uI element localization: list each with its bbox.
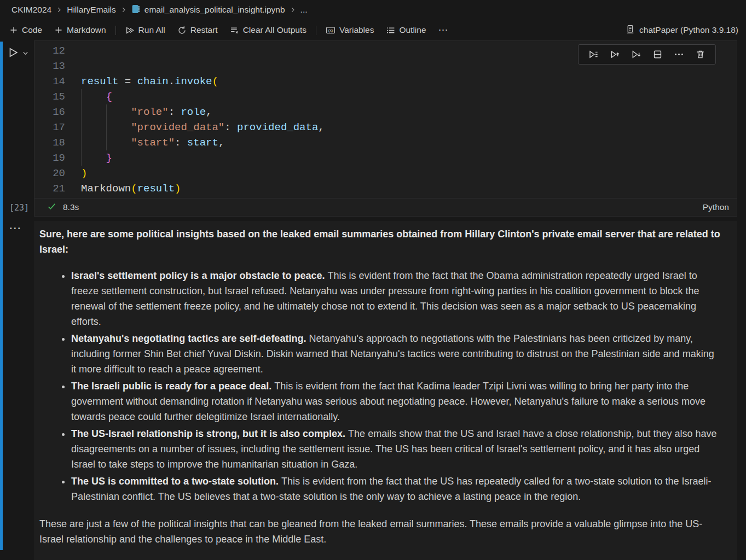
line-number: 18 <box>34 135 65 150</box>
line-number: 14 <box>34 74 65 89</box>
insight-bullet: Netanyahu's negotiating tactics are self… <box>71 331 721 377</box>
insight-bullet: Israel's settlement policy is a major ob… <box>71 268 721 329</box>
variables-button[interactable]: (x) Variables <box>320 22 380 38</box>
run-cell-button[interactable] <box>7 46 28 61</box>
indent-guide <box>81 89 82 104</box>
line-number: 15 <box>34 89 65 104</box>
clear-outputs-icon <box>230 26 239 35</box>
code-line[interactable]: 17 "provided_data": provided_data, <box>34 120 737 135</box>
line-number: 17 <box>34 120 65 135</box>
insight-bullet: The US is committed to a two-state solut… <box>71 474 721 504</box>
cell-toolbar <box>578 44 716 65</box>
insight-bullet: The US-Israel relationship is strong, bu… <box>71 426 721 472</box>
cell-output: ⋯ Sure, here are some political insights… <box>0 221 746 560</box>
code-area[interactable]: 12 13 14result = chain.invoke(15 {16 "ro… <box>34 41 737 198</box>
indent-guide <box>106 104 107 120</box>
run-all-button[interactable]: Run All <box>119 22 171 38</box>
svg-text:(x): (x) <box>328 28 333 33</box>
line-number: 20 <box>34 166 65 181</box>
play-icon <box>7 46 19 61</box>
line-number: 13 <box>34 59 65 74</box>
line-number: 21 <box>34 181 65 196</box>
breadcrumb-item-cell[interactable]: ... <box>300 5 308 15</box>
code-line[interactable]: 21Markdown(result) <box>34 181 737 196</box>
toolbar-more-button[interactable]: ⋯ <box>432 22 455 38</box>
ellipsis-icon: ⋯ <box>438 24 449 36</box>
breadcrumb-item-file[interactable]: email_analysis_political_insight.ipynb <box>131 4 285 16</box>
cell-language-picker[interactable]: Python <box>703 202 729 212</box>
run-by-line-icon[interactable] <box>583 48 604 61</box>
delete-cell-icon[interactable] <box>690 48 711 61</box>
variables-icon: (x) <box>326 25 336 35</box>
code-line[interactable]: 19 } <box>34 150 737 166</box>
execution-count: [23] <box>9 203 29 213</box>
indent-guide <box>81 135 82 150</box>
indent-guide <box>106 135 107 150</box>
kernel-icon <box>626 25 635 36</box>
indent-guide <box>81 120 82 135</box>
split-cell-icon[interactable] <box>647 48 668 61</box>
chevron-down-icon <box>22 49 28 59</box>
add-markdown-cell-button[interactable]: Markdown <box>48 22 112 38</box>
success-check-icon <box>47 202 56 213</box>
code-line[interactable]: 16 "role": role, <box>34 104 737 120</box>
markdown-output: Sure, here are some political insights b… <box>34 221 737 560</box>
outline-button[interactable]: Outline <box>380 22 432 38</box>
notebook-cell: [23] <box>0 40 746 560</box>
line-number: 12 <box>34 43 65 59</box>
execution-duration: 8.3s <box>63 202 79 212</box>
code-line[interactable]: 15 { <box>34 89 737 104</box>
restart-icon <box>177 26 187 35</box>
execute-cell-and-below-icon[interactable] <box>626 48 647 61</box>
clear-all-outputs-button[interactable]: Clear All Outputs <box>224 22 313 38</box>
notebook-toolbar: Code Markdown Run All Restart <box>0 20 746 40</box>
insight-bullet: The Israeli public is ready for a peace … <box>71 378 721 424</box>
output-closing: These are just a few of the political in… <box>39 516 721 547</box>
line-number: 19 <box>34 150 65 166</box>
code-line[interactable]: 14result = chain.invoke( <box>34 74 737 89</box>
cell-gutter: [23] <box>0 40 34 217</box>
code-line[interactable]: 20) <box>34 166 737 181</box>
run-all-icon <box>125 26 135 35</box>
chevron-right-icon <box>289 6 297 14</box>
indent-guide <box>81 104 82 120</box>
line-number: 16 <box>34 104 65 120</box>
execute-above-cells-icon[interactable] <box>604 48 626 61</box>
kernel-picker-button[interactable]: chatPaper (Python 3.9.18) <box>626 25 738 36</box>
insight-list: Israel's settlement policy is a major ob… <box>39 268 721 504</box>
breadcrumb: CKIM2024 HillaryEmails email_analysis_po… <box>0 0 746 20</box>
more-actions-icon[interactable] <box>668 48 690 61</box>
code-line[interactable]: 18 "start": start, <box>34 135 737 150</box>
chevron-right-icon <box>55 6 63 14</box>
indent-guide <box>81 150 82 166</box>
breadcrumb-item-folder[interactable]: CKIM2024 <box>11 5 51 15</box>
restart-button[interactable]: Restart <box>171 22 224 38</box>
output-gutter: ⋯ <box>0 221 34 560</box>
toolbar-separator <box>115 26 116 35</box>
output-intro: Sure, here are some political insights b… <box>39 226 721 257</box>
plus-icon <box>9 26 18 34</box>
outline-icon <box>386 26 395 35</box>
output-options-icon[interactable]: ⋯ <box>9 221 22 235</box>
add-code-cell-button[interactable]: Code <box>3 22 48 38</box>
notebook-file-icon <box>131 4 141 16</box>
chevron-right-icon <box>120 6 128 14</box>
breadcrumb-item-subfolder[interactable]: HillaryEmails <box>67 5 116 15</box>
indent-guide <box>106 120 107 135</box>
toolbar-separator <box>316 26 316 35</box>
cell-statusbar: 8.3s Python <box>34 198 737 216</box>
code-cell-editor[interactable]: 12 13 14result = chain.invoke(15 {16 "ro… <box>34 40 737 217</box>
plus-icon <box>54 26 63 34</box>
